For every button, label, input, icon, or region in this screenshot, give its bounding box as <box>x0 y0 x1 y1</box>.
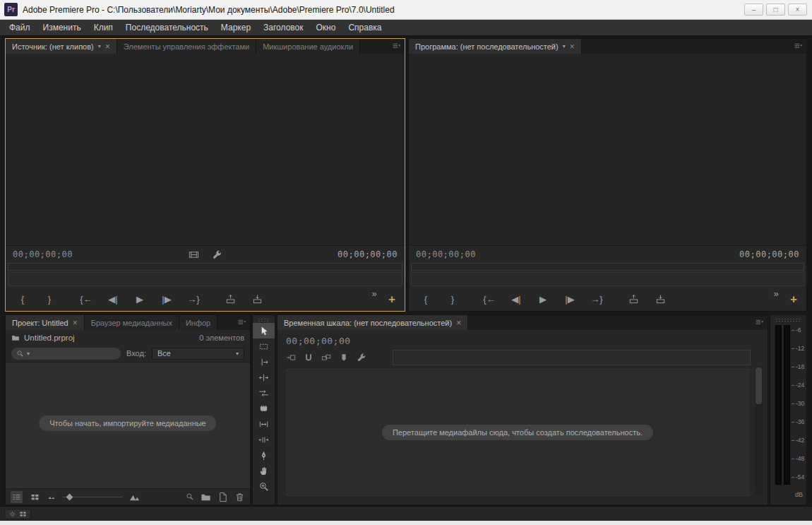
search-input[interactable] <box>32 349 116 358</box>
panel-menu-icon[interactable] <box>388 39 405 54</box>
search-box[interactable]: ▾ <box>11 348 121 360</box>
tab-project[interactable]: Проект: Untitled × <box>6 315 85 330</box>
rate-stretch-tool[interactable] <box>253 385 275 401</box>
filter-dropdown[interactable]: Все ▾ <box>152 348 244 360</box>
mark-out-button[interactable]: } <box>38 292 61 307</box>
lift-button[interactable] <box>622 292 645 307</box>
button-editor-button[interactable]: + <box>787 292 801 307</box>
zoom-tool[interactable] <box>253 478 275 494</box>
source-time-ruler[interactable] <box>8 263 402 271</box>
close-icon[interactable]: × <box>105 42 110 52</box>
zoom-slider[interactable] <box>62 492 123 501</box>
chevron-down-icon[interactable]: ▾ <box>98 43 101 49</box>
linked-selection-toggle[interactable] <box>321 353 331 362</box>
project-item-list[interactable]: Чтобы начать, импортируйте медиаданные <box>6 362 250 489</box>
more-buttons-chevron[interactable]: » <box>368 288 381 299</box>
hand-tool[interactable] <box>253 463 275 478</box>
menu-window[interactable]: Окно <box>309 20 342 36</box>
play-button[interactable]: ▶ <box>532 292 554 307</box>
zoom-in-icon[interactable] <box>129 492 140 502</box>
menu-title[interactable]: Заголовок <box>257 20 309 36</box>
tab-media-browser[interactable]: Браузер медиаданных <box>85 315 179 330</box>
program-video-area[interactable] <box>409 54 806 246</box>
razor-tool[interactable] <box>253 401 275 416</box>
selection-tool[interactable] <box>253 323 275 338</box>
settings-icon[interactable] <box>212 249 222 260</box>
tab-program[interactable]: Программа: (нет последовательностей) ▾ × <box>409 39 582 54</box>
timeline-vertical-scrollbar[interactable] <box>755 366 763 495</box>
step-back-button[interactable]: ◀| <box>505 292 527 307</box>
panel-grip-handle[interactable] <box>258 318 270 322</box>
panel-grip-handle[interactable] <box>775 318 801 322</box>
minimize-button[interactable]: – <box>744 4 763 16</box>
slide-tool[interactable] <box>253 432 275 447</box>
go-to-out-button[interactable]: →} <box>182 292 205 307</box>
menu-marker[interactable]: Маркер <box>215 20 257 36</box>
insert-nest-toggle[interactable] <box>286 353 296 362</box>
panel-menu-icon[interactable] <box>233 315 250 330</box>
close-button[interactable]: × <box>788 4 807 16</box>
zoom-slider-thumb[interactable] <box>66 494 73 501</box>
rolling-edit-tool[interactable] <box>253 370 275 385</box>
tab-timeline[interactable]: Временная шкала: (нет последовательносте… <box>277 315 468 330</box>
find-icon[interactable] <box>186 492 194 501</box>
panel-menu-icon[interactable] <box>789 39 806 54</box>
menu-file[interactable]: Файл <box>3 20 37 36</box>
mark-in-button[interactable]: { <box>11 292 34 307</box>
lift-button[interactable] <box>219 292 241 307</box>
maximize-button[interactable]: □ <box>766 4 785 16</box>
extract-button[interactable] <box>246 292 268 307</box>
menu-sequence[interactable]: Последовательность <box>119 20 215 36</box>
play-button[interactable]: ▶ <box>129 292 151 307</box>
program-zoom-scrollbar[interactable] <box>411 272 804 286</box>
menu-edit[interactable]: Изменить <box>37 20 88 36</box>
tab-audio-mixer[interactable]: Микширование аудиокли <box>256 39 360 54</box>
new-item-icon[interactable] <box>217 492 228 502</box>
program-time-ruler[interactable] <box>411 263 804 271</box>
button-editor-button[interactable]: + <box>385 292 399 307</box>
go-to-in-button[interactable]: {← <box>478 292 501 307</box>
source-current-timecode[interactable]: 00;00;00;00 <box>13 249 73 259</box>
close-icon[interactable]: × <box>456 318 461 328</box>
step-forward-button[interactable]: |▶ <box>559 292 581 307</box>
pen-tool[interactable] <box>253 447 275 463</box>
scrollbar-thumb[interactable] <box>756 367 762 404</box>
go-to-out-button[interactable]: →} <box>585 292 608 307</box>
tab-source[interactable]: Источник: (нет клипов) ▾ × <box>6 39 117 54</box>
go-to-in-button[interactable]: {← <box>75 292 97 307</box>
chevron-down-icon[interactable]: ▾ <box>563 43 566 49</box>
extract-button[interactable] <box>649 292 671 307</box>
tab-info[interactable]: Инфор <box>179 315 217 330</box>
tab-effect-controls[interactable]: Элементы управления эффектами <box>117 39 256 54</box>
add-marker-button[interactable] <box>339 353 349 362</box>
mark-out-button[interactable]: } <box>441 292 464 307</box>
program-current-timecode[interactable]: 00;00;00;00 <box>416 249 476 259</box>
menu-help[interactable]: Справка <box>342 20 388 36</box>
source-zoom-scrollbar[interactable] <box>8 272 402 286</box>
timeline-time-ruler[interactable] <box>393 350 751 365</box>
source-video-area[interactable] <box>6 54 405 246</box>
timeline-track-area[interactable]: Перетащите медиафайлы сюда, чтобы создат… <box>285 367 751 497</box>
snap-toggle[interactable] <box>304 353 314 362</box>
status-widget[interactable] <box>4 509 31 519</box>
trash-icon[interactable] <box>234 492 245 502</box>
panel-menu-icon[interactable] <box>751 315 768 330</box>
menu-clip[interactable]: Клип <box>88 20 119 36</box>
step-back-button[interactable]: ◀| <box>102 292 124 307</box>
more-buttons-chevron[interactable]: » <box>770 288 782 299</box>
export-frame-icon[interactable] <box>189 249 199 260</box>
new-bin-icon[interactable] <box>201 492 211 502</box>
timeline-timecode[interactable]: 00;00;00;00 <box>286 336 351 346</box>
mark-in-button[interactable]: { <box>414 292 437 307</box>
close-icon[interactable]: × <box>570 42 575 52</box>
close-icon[interactable]: × <box>73 318 78 328</box>
search-options-caret-icon[interactable]: ▾ <box>27 350 30 357</box>
slip-tool[interactable] <box>253 416 275 432</box>
zoom-out-icon[interactable] <box>47 492 56 501</box>
timeline-settings-button[interactable] <box>357 353 366 362</box>
track-select-tool[interactable] <box>253 338 275 354</box>
step-forward-button[interactable]: |▶ <box>155 292 178 307</box>
ripple-edit-tool[interactable] <box>253 354 275 370</box>
list-view-button[interactable] <box>11 491 23 503</box>
icon-view-button[interactable] <box>29 491 41 503</box>
